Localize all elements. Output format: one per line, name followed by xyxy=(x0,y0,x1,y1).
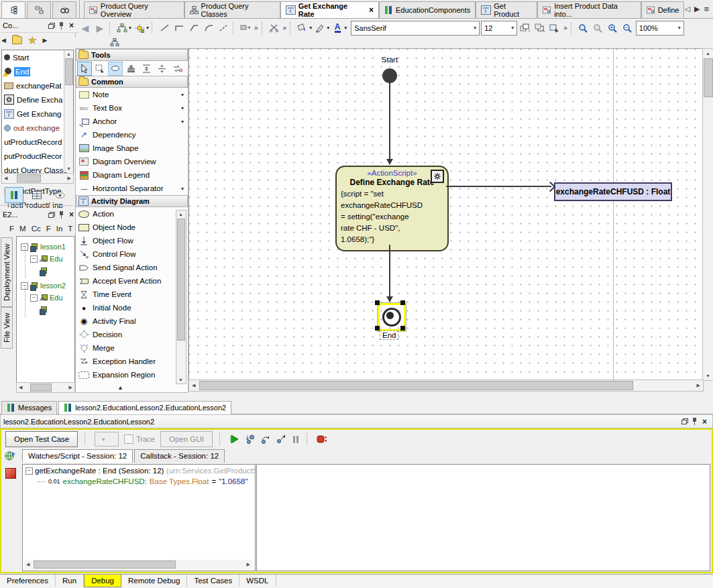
tree-item-lesson2[interactable]: − lesson2 xyxy=(21,280,74,292)
tree-item-get-exchange[interactable]: Get Exchang xyxy=(2,107,73,121)
explorer-tool-1[interactable]: F xyxy=(9,225,14,233)
scroll-left-icon[interactable]: ◀ xyxy=(192,383,195,388)
open-test-case-button[interactable]: Open Test Case xyxy=(5,431,78,447)
canvas-vertical-scrollbar[interactable]: ▲ ▼ xyxy=(702,48,713,381)
scroll-right-icon[interactable]: ▶ xyxy=(697,383,700,388)
scroll-tabs-right-button[interactable]: ▶ xyxy=(694,5,700,13)
scroll-down-icon[interactable]: ▼ xyxy=(178,377,183,382)
align-tool-button[interactable] xyxy=(133,21,146,35)
font-color-button[interactable]: A xyxy=(331,21,344,35)
explorer-tool-2[interactable]: M xyxy=(19,225,26,233)
line-style-oblique-button[interactable] xyxy=(187,21,201,35)
initial-node[interactable] xyxy=(382,68,397,83)
diagrams-view-button[interactable] xyxy=(5,187,23,203)
object-node-exchangerate[interactable]: exchangeRateCHFUSD : Float xyxy=(554,182,672,201)
cut-button[interactable] xyxy=(268,21,281,35)
chevron-down-icon[interactable]: ▾ xyxy=(327,25,329,31)
tree-item-end[interactable]: End xyxy=(2,64,73,78)
selection-handle[interactable] xyxy=(400,300,405,305)
pause-button[interactable] xyxy=(292,435,300,444)
pen-color-button[interactable] xyxy=(313,21,327,35)
palette-item-dependency[interactable]: ↗ Dependency xyxy=(76,128,188,141)
zoom-out-button[interactable] xyxy=(621,21,635,35)
close-icon[interactable]: × xyxy=(66,21,76,30)
collapse-icon[interactable]: − xyxy=(30,294,38,302)
scrollbar-thumb[interactable] xyxy=(65,58,73,85)
tree-item-edu2[interactable]: − Edu xyxy=(30,292,74,304)
step-into-button[interactable] xyxy=(245,434,256,444)
chevron-down-icon[interactable]: ▾ xyxy=(181,105,184,111)
chevron-down-icon[interactable]: ▾ xyxy=(181,186,184,192)
breakpoint-icon[interactable] xyxy=(5,468,16,479)
chevron-down-icon[interactable]: ▾ xyxy=(344,25,347,31)
scrollbar-thumb[interactable] xyxy=(199,381,633,390)
palette-item-merge[interactable]: Merge xyxy=(76,341,175,355)
tab-wsdl[interactable]: WSDL xyxy=(239,575,276,587)
step-over-button[interactable] xyxy=(261,434,271,444)
line-style-curved-button[interactable] xyxy=(202,21,215,35)
preview-eye-button[interactable] xyxy=(50,187,69,203)
float-window-icon[interactable] xyxy=(46,21,56,30)
tree-item-out-exchange[interactable]: out exchange xyxy=(2,121,73,135)
bring-forward-button[interactable] xyxy=(518,21,532,35)
tab-insert-product-data[interactable]: Insert Product Data into... xyxy=(537,1,641,18)
open-folder-icon[interactable] xyxy=(12,36,22,44)
tab-debug[interactable]: Debug xyxy=(84,575,121,587)
palette-item-diagram-overview[interactable]: Diagram Overview xyxy=(76,155,188,168)
send-backward-button[interactable] xyxy=(533,21,547,35)
tab-lesson2-session[interactable]: lesson2.EducationLesson2.EducationLesson… xyxy=(58,401,231,414)
select-order-button[interactable] xyxy=(548,21,561,35)
tree-item-outputproductrecord[interactable]: putProductRecor xyxy=(2,149,73,163)
object-flow-edge-action-to-pin[interactable] xyxy=(446,186,551,187)
scroll-up-icon[interactable]: ▲ xyxy=(66,52,71,56)
pin-icon[interactable] xyxy=(56,21,66,30)
line-style-straight-button[interactable] xyxy=(158,21,171,35)
scrollbar-thumb[interactable] xyxy=(34,561,176,569)
stamp-tool-button[interactable] xyxy=(123,62,138,76)
scrollbar-thumb[interactable] xyxy=(30,384,52,392)
scrollbar-thumb[interactable] xyxy=(17,174,41,182)
oval-select-tool-button[interactable] xyxy=(108,62,123,76)
tab-get-product[interactable]: Get Product xyxy=(476,1,537,18)
tree-item-exchangerate[interactable]: exchangeRat xyxy=(2,78,73,93)
diagram-canvas[interactable]: Start «ActionScript» Define Exchange Rat… xyxy=(188,48,703,380)
scroll-left-icon[interactable]: ◀ xyxy=(19,385,22,390)
line-style-rectilinear-button[interactable] xyxy=(172,21,186,35)
deployment-horizontal-scrollbar[interactable]: ◀ ▶ xyxy=(16,382,75,393)
palette-item-image-shape[interactable]: Image Shape xyxy=(76,141,188,155)
tab-search[interactable] xyxy=(52,1,76,18)
palette-item-expansion-region[interactable]: Expansion Region xyxy=(76,368,175,381)
scroll-tabs-left-button[interactable]: ◁ xyxy=(684,5,690,13)
explorer-tool-3[interactable]: Cc xyxy=(32,225,41,233)
scroll-right-icon[interactable]: ▶ xyxy=(247,562,250,567)
float-window-icon[interactable] xyxy=(679,417,690,426)
tab-list-menu-button[interactable]: ≡ xyxy=(704,4,709,14)
tab-preferences[interactable]: Preferences xyxy=(0,575,56,587)
vertical-spread-tool-button[interactable] xyxy=(154,62,169,76)
explorer-tool-5[interactable]: In xyxy=(56,225,63,233)
scroll-down-icon[interactable]: ▼ xyxy=(66,166,71,171)
close-icon[interactable]: × xyxy=(700,417,710,426)
palette-common-header[interactable]: Common xyxy=(76,76,188,88)
close-icon[interactable]: × xyxy=(369,5,374,15)
control-flow-edge-start-to-action[interactable] xyxy=(389,83,390,160)
scrollbar-thumb[interactable] xyxy=(177,219,185,341)
step-out-button[interactable] xyxy=(276,434,286,444)
palette-item-initial-node[interactable]: ● Initial Node xyxy=(76,301,175,314)
tab-messages[interactable]: Messages xyxy=(1,401,57,414)
zoom-in-button[interactable] xyxy=(606,21,620,35)
scroll-up-icon[interactable]: ▲ xyxy=(178,212,183,217)
tree-item-start[interactable]: Start xyxy=(2,50,73,64)
line-style-dashed-button[interactable] xyxy=(217,21,230,35)
marquee-select-tool-button[interactable] xyxy=(93,62,107,76)
watch-variable-row[interactable]: 0.01 exchangeRateCHFUSD: Base Types.Floa… xyxy=(38,477,255,485)
chevron-down-icon[interactable]: ▾ xyxy=(129,25,131,31)
collapse-right-icon[interactable]: ▶ xyxy=(42,37,47,44)
tree-item-lesson1[interactable]: − lesson1 xyxy=(21,241,74,253)
palette-vertical-scrollbar[interactable]: ▲ ▼ xyxy=(176,210,186,384)
palette-item-text-box[interactable]: abc Text Box ▾ xyxy=(76,101,188,115)
chevron-down-icon[interactable]: ▾ xyxy=(146,25,149,31)
palette-item-object-node[interactable]: Object Node ▾ xyxy=(76,221,175,234)
palette-collapse-icon[interactable]: ▲ xyxy=(117,384,123,391)
zoom-region-button[interactable] xyxy=(577,21,590,35)
